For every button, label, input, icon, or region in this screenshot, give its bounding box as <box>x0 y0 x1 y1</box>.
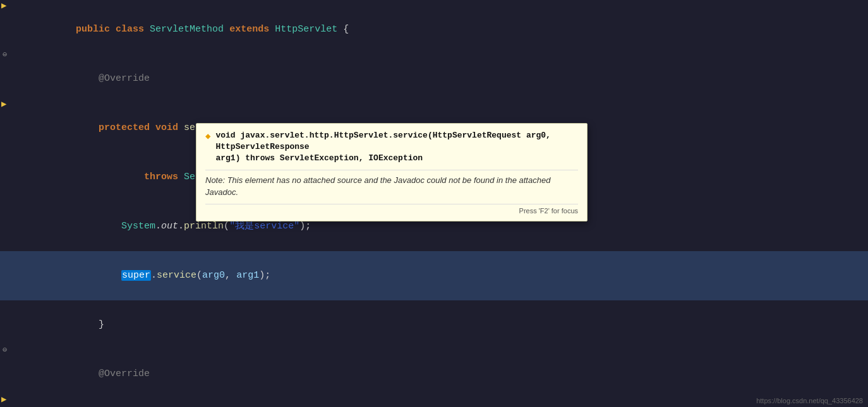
tooltip-signature: void javax.servlet.http.HttpServlet.serv… <box>215 130 578 165</box>
tooltip-sig-line2: arg1) throws ServletException, IOExcepti… <box>215 153 423 163</box>
tooltip-footer: Press 'F2' for focus <box>205 204 578 215</box>
arrow-icon-1: ▶ <box>1 0 6 11</box>
line-content-6: super.service(arg0, arg1); <box>25 251 868 300</box>
line-content-1: public class ServletMethod extends HttpS… <box>25 5 868 54</box>
arrow-icon-9: ▶ <box>1 394 6 404</box>
line-content-7: } <box>25 300 868 350</box>
code-line-2: ⊖ @Override <box>0 54 868 103</box>
fold-icon-2: ⊖ <box>3 50 7 59</box>
line-content-9: protected void doGet(HttpServletRequest … <box>25 399 868 407</box>
diamond-icon: ◆ <box>205 131 210 141</box>
fold-icon-8: ⊖ <box>3 345 7 355</box>
line-content-8: @Override <box>25 350 868 399</box>
watermark: https://blog.csdn.net/qq_43356428 <box>756 397 863 404</box>
code-editor: ▶ public class ServletMethod extends Htt… <box>0 0 868 407</box>
tooltip-note: Note: This element has no attached sourc… <box>205 170 578 199</box>
code-line-7: } <box>0 300 868 350</box>
code-line-6: super.service(arg0, arg1); <box>0 251 868 300</box>
code-line-9: ▶ protected void doGet(HttpServletReques… <box>0 399 868 407</box>
code-line-1: ▶ public class ServletMethod extends Htt… <box>0 5 868 54</box>
arrow-icon-3: ▶ <box>1 98 6 109</box>
code-line-8: ⊖ @Override <box>0 350 868 399</box>
javadoc-tooltip: ◆ void javax.servlet.http.HttpServlet.se… <box>196 123 588 221</box>
tooltip-header: ◆ void javax.servlet.http.HttpServlet.se… <box>205 130 578 165</box>
tooltip-sig-line1: void javax.servlet.http.HttpServlet.serv… <box>215 131 551 151</box>
line-content-2: @Override <box>25 54 868 103</box>
